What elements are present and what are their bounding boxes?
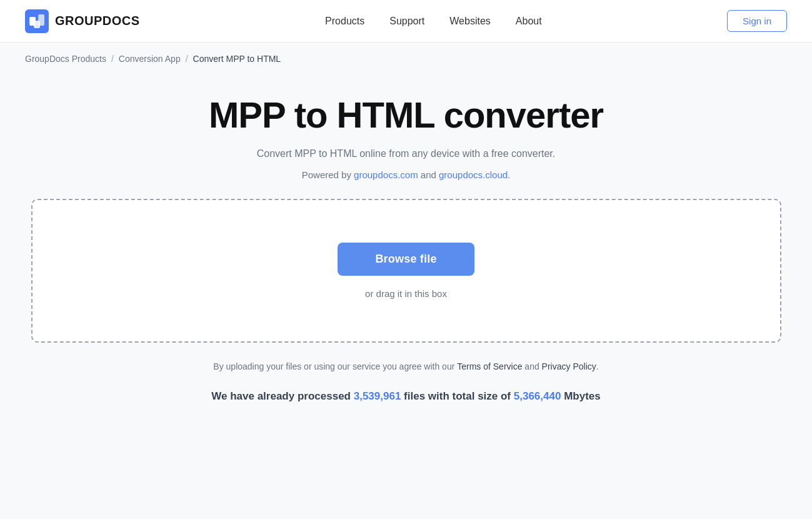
- logo-icon: [25, 9, 49, 33]
- breadcrumb: GroupDocs Products / Conversion App / Co…: [0, 43, 812, 75]
- nav-about[interactable]: About: [516, 16, 542, 27]
- logo-text: GROUPDOCS: [55, 14, 140, 28]
- breadcrumb-current: Convert MPP to HTML: [193, 54, 281, 64]
- browse-file-button[interactable]: Browse file: [338, 243, 474, 276]
- logo[interactable]: GROUPDOCS: [25, 9, 140, 33]
- drop-zone[interactable]: Browse file or drag it in this box: [31, 199, 781, 343]
- page-title: MPP to HTML converter: [209, 94, 603, 136]
- stats-count: 3,539,961: [354, 390, 401, 402]
- nav-websites[interactable]: Websites: [449, 16, 491, 27]
- terms-text: By uploading your files or using our ser…: [213, 361, 598, 371]
- groupdocs-com-link[interactable]: groupdocs.com: [354, 169, 418, 180]
- nav-products[interactable]: Products: [325, 16, 364, 27]
- breadcrumb-sep-2: /: [186, 54, 188, 64]
- terms-of-service-link[interactable]: Terms of Service: [457, 361, 522, 371]
- svg-rect-3: [34, 21, 40, 28]
- breadcrumb-middle[interactable]: Conversion App: [119, 54, 181, 64]
- main-content: MPP to HTML converter Convert MPP to HTM…: [0, 75, 812, 428]
- stats-text: We have already processed 3,539,961 file…: [211, 390, 600, 403]
- breadcrumb-root[interactable]: GroupDocs Products: [25, 54, 106, 64]
- stats-size: 5,366,440: [514, 390, 561, 402]
- privacy-policy-link[interactable]: Privacy Policy: [542, 361, 596, 371]
- groupdocs-cloud-link[interactable]: groupdocs.cloud: [439, 169, 508, 180]
- breadcrumb-sep-1: /: [111, 54, 114, 64]
- page-subtitle: Convert MPP to HTML online from any devi…: [257, 148, 556, 159]
- drag-text: or drag it in this box: [365, 288, 447, 299]
- powered-by: Powered by groupdocs.com and groupdocs.c…: [302, 169, 511, 180]
- main-nav: Products Support Websites About: [325, 16, 542, 27]
- sign-in-button[interactable]: Sign in: [727, 10, 787, 32]
- nav-support[interactable]: Support: [389, 16, 424, 27]
